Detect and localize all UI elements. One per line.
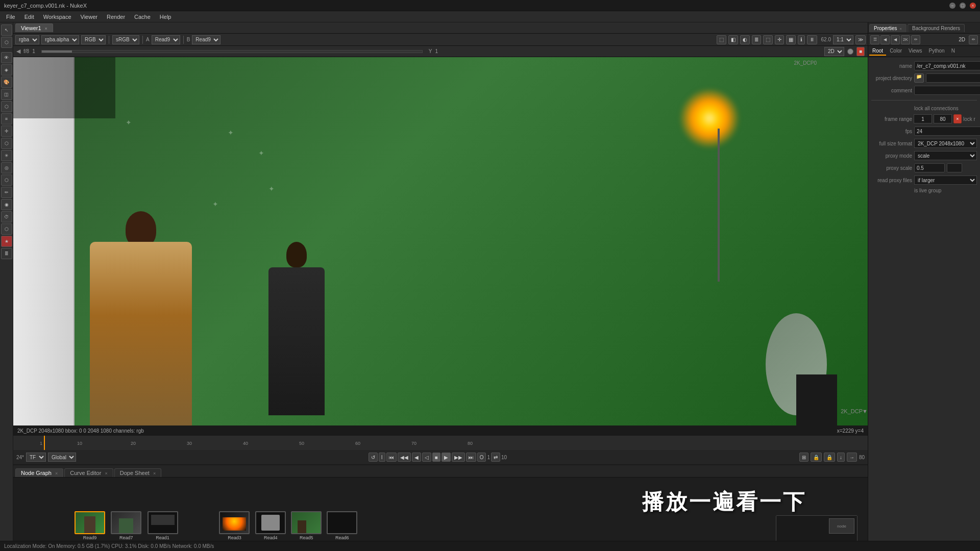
viewer-ctrl-lut[interactable]: ≣ [752, 35, 761, 44]
2d-select[interactable]: 2D [824, 47, 844, 56]
tab-node-graph[interactable]: Node Graph × [15, 468, 63, 477]
tool-shape[interactable]: ◉ [1, 199, 12, 210]
tool-transform[interactable]: ✛ [1, 126, 12, 137]
props-icon-5[interactable]: ✏ [911, 35, 920, 44]
tool-pointer[interactable]: ↖ [1, 24, 12, 36]
minimize-button[interactable]: − [949, 3, 955, 9]
menu-file[interactable]: File [2, 13, 19, 21]
tool-color[interactable]: 🎨 [1, 77, 12, 88]
viewer-ctrl-safe[interactable]: ⬚ [763, 35, 773, 44]
rpanel-properties-close[interactable]: × [899, 27, 902, 31]
proj-tab-python[interactable]: Python [926, 47, 948, 56]
viewer-tab-1[interactable]: Viewer1 × [15, 23, 53, 32]
proj-dir-input[interactable] [926, 73, 980, 83]
proxy-scale-input2[interactable] [947, 163, 962, 172]
props-icon-4[interactable]: 2K [901, 35, 910, 44]
input-a-select[interactable]: Read9 [152, 35, 180, 44]
ratio-select[interactable]: 1:1 [833, 35, 853, 44]
tool-3d[interactable]: ⬡ [1, 138, 12, 149]
frame-scrubber[interactable] [41, 50, 423, 53]
timeline-right-btn[interactable]: → [847, 453, 857, 462]
tool-gizmo[interactable]: ⬡ [1, 223, 12, 235]
tool-merge[interactable]: ◈ [1, 64, 12, 76]
menu-help[interactable]: Help [156, 13, 176, 21]
tool-node[interactable]: ⬡ [1, 37, 12, 48]
props-icon-2[interactable]: ◀ [880, 35, 890, 44]
tool-particle[interactable]: ✳ [1, 150, 12, 161]
rgb-select[interactable]: RGB [81, 35, 106, 44]
timeline-grid-btn[interactable]: ⊞ [799, 453, 808, 462]
proj-tab-root[interactable]: Root [869, 47, 886, 56]
tool-channel[interactable]: ≡ [1, 113, 12, 124]
timeline-down-btn[interactable]: ↓ [837, 453, 845, 462]
proj-tab-color[interactable]: Color [887, 47, 905, 56]
tool-keyer[interactable]: ⬡ [1, 101, 12, 112]
menu-viewer[interactable]: Viewer [77, 13, 102, 21]
timeline-lock-btn[interactable]: 🔒 [811, 453, 822, 462]
proj-dir-folder-icon[interactable]: 📁 [914, 73, 924, 83]
viewer-color-btn[interactable] [847, 48, 853, 55]
close-button[interactable]: × [970, 3, 976, 9]
tool-draw[interactable]: ✏ [1, 187, 12, 198]
stop-btn[interactable]: ■ [432, 453, 440, 462]
timeline-ruler[interactable]: 1 10 20 30 40 50 60 70 80 [13, 436, 868, 450]
tab-node-graph-close[interactable]: × [55, 471, 58, 476]
global-select[interactable]: Global [48, 453, 76, 462]
to-end-btn[interactable]: ⏭ [466, 453, 476, 462]
fps-input[interactable] [914, 127, 980, 136]
full-format-select[interactable]: 2K_DCP 2048x1080 [914, 139, 977, 148]
step-back-more-btn[interactable]: ◀◀ [398, 453, 411, 462]
rpanel-tab-bg-renders[interactable]: Background Renders [908, 24, 965, 32]
tf-select[interactable]: TF [26, 453, 46, 462]
mark-out-btn[interactable]: O [477, 453, 486, 462]
node-graph-area[interactable]: 播放一遍看一下 Read9 ...y_c5.0001.e... [13, 478, 868, 551]
bounce-btn[interactable]: ⇄ [491, 453, 500, 462]
read-proxy-select[interactable]: if larger [914, 176, 977, 185]
viewer-ctrl-info[interactable]: ℹ [798, 35, 805, 44]
tool-favorite[interactable]: ★ [1, 236, 12, 247]
tab-curve-editor-close[interactable]: × [105, 471, 107, 476]
tool-filter[interactable]: ◫ [1, 89, 12, 100]
tool-viewer[interactable]: 👁 [1, 52, 12, 63]
viewer-tab-close[interactable]: × [45, 26, 47, 31]
to-start-btn[interactable]: ⏮ [386, 453, 397, 462]
viewer-ctrl-roi[interactable]: ⬚ [717, 35, 726, 44]
viewport-scroll-arrow[interactable]: ▼ [862, 408, 868, 414]
viewer-ctrl-guides[interactable]: ✛ [775, 35, 784, 44]
proj-tab-views[interactable]: Views [905, 47, 925, 56]
rgba-select[interactable]: rgba [15, 35, 39, 44]
menu-render[interactable]: Render [103, 13, 129, 21]
play-back-btn[interactable]: ◁ [422, 453, 431, 462]
tool-deep[interactable]: ◎ [1, 162, 12, 173]
maximize-button[interactable]: □ [960, 3, 966, 9]
mark-in-btn[interactable]: I [379, 453, 385, 462]
frame-end-input[interactable] [934, 114, 952, 123]
srgb-select[interactable]: sRGB [112, 35, 139, 44]
tool-other[interactable]: ⬡ [1, 174, 12, 186]
proj-tab-n[interactable]: N [948, 47, 958, 56]
timeline-lock2-btn[interactable]: 🔒 [824, 453, 835, 462]
viewer-ctrl-wipe[interactable]: ◧ [728, 35, 738, 44]
step-back-btn[interactable]: ◀ [412, 453, 421, 462]
proxy-mode-select[interactable]: scale [914, 151, 977, 160]
loop-btn[interactable]: ↺ [369, 453, 378, 462]
props-icon-1[interactable]: ☰ [870, 35, 879, 44]
arrow-left[interactable]: ◀ [16, 48, 20, 55]
menu-cache[interactable]: Cache [130, 13, 155, 21]
play-fwd-fast-btn[interactable]: ▶▶ [452, 453, 465, 462]
viewer-toggle-btn[interactable]: ■ [856, 47, 865, 56]
frame-range-x-btn[interactable]: × [953, 114, 962, 123]
rpanel-tab-properties[interactable]: Properties × [869, 24, 906, 32]
rgba-alpha-select[interactable]: rgba.alpha [41, 35, 79, 44]
play-fwd-btn[interactable]: ▶ [442, 453, 451, 462]
menu-workspace[interactable]: Workspace [39, 13, 76, 21]
viewer-ctrl-pause[interactable]: ⏸ [807, 35, 817, 44]
proxy-scale-input[interactable] [914, 163, 945, 172]
tab-curve-editor[interactable]: Curve Editor × [64, 468, 113, 477]
props-edit-btn[interactable]: ✏ [969, 35, 978, 44]
menu-edit[interactable]: Edit [20, 13, 38, 21]
props-icon-3[interactable]: ◀ [891, 35, 900, 44]
tool-time[interactable]: ⏱ [1, 211, 12, 222]
tab-dope-sheet[interactable]: Dope Sheet × [114, 468, 161, 477]
viewer-ctrl-gain[interactable]: ◐ [740, 35, 750, 44]
